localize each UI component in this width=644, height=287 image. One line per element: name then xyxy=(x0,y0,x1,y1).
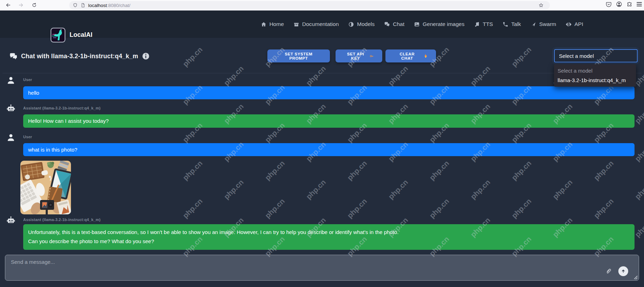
shield-icon xyxy=(73,3,78,8)
localai-logo[interactable] xyxy=(51,28,65,42)
textarea-resize-handle[interactable] xyxy=(633,275,638,279)
set-api-key-label: SET API KEY xyxy=(344,52,367,60)
url-path: :8080/chat/ xyxy=(107,3,130,8)
model-select-value: Select a model xyxy=(559,53,594,59)
brand-name[interactable]: LocalAI xyxy=(70,31,92,39)
nav-item-documentation[interactable]: Documentation xyxy=(293,21,339,27)
message-text: what is in this photo? xyxy=(28,145,630,154)
nav-item-generate-images[interactable]: Generate images xyxy=(414,21,464,27)
chat-icon xyxy=(384,21,390,27)
browser-forward-button[interactable] xyxy=(15,1,26,9)
key-icon xyxy=(370,54,374,59)
message-bubble-user: what is in this photo? xyxy=(23,143,635,156)
message-role-label: Assistant (llama-3.2-1b-instruct:q4_k_m) xyxy=(23,218,100,222)
image-icon xyxy=(414,21,420,27)
book-icon xyxy=(293,21,299,27)
flame-icon xyxy=(423,54,428,59)
nav-item-tts[interactable]: TTS xyxy=(474,21,493,27)
message-bubble-assistant: Unfortunately, this is a text-based conv… xyxy=(23,224,635,250)
chat-bubbles-icon xyxy=(9,52,18,60)
model-select[interactable]: Select a model xyxy=(554,49,638,62)
nav-item-label: Home xyxy=(269,21,284,27)
nav-item-label: Swarm xyxy=(539,21,556,27)
message-role-label: User xyxy=(23,78,32,82)
nav-item-swarm[interactable]: Swarm xyxy=(531,21,556,27)
message-bubble-user: hello xyxy=(23,86,635,99)
url-text: localhost:8080/chat/ xyxy=(88,3,130,8)
header-divider xyxy=(2,73,642,73)
message-text: Can you describe the photo to me? What d… xyxy=(28,237,630,246)
assistant-avatar xyxy=(6,104,15,113)
send-arrow-icon xyxy=(620,268,626,274)
message-text: hello xyxy=(28,88,630,98)
home-icon xyxy=(261,21,267,27)
message-text: Unfortunately, this is a text-based conv… xyxy=(28,228,630,237)
nav-item-label: API xyxy=(574,21,583,27)
clear-chat-label: CLEAR CHAT xyxy=(394,52,421,60)
set-system-prompt-button[interactable]: SET SYSTEM PROMPT xyxy=(267,49,330,62)
nav-item-api[interactable]: API xyxy=(566,21,583,27)
model-option-placeholder[interactable]: Select a model xyxy=(554,66,636,75)
desk-photo-thumbnail[interactable] xyxy=(20,161,71,214)
bookmark-star-icon[interactable] xyxy=(539,3,544,8)
pocket-icon[interactable] xyxy=(606,1,612,7)
set-system-prompt-label: SET SYSTEM PROMPT xyxy=(276,52,321,60)
attach-paperclip-icon[interactable] xyxy=(605,268,612,275)
menu-hamburger-icon[interactable] xyxy=(637,2,642,6)
address-bar[interactable]: localhost:8080/chat/ xyxy=(69,1,550,9)
nav-item-home[interactable]: Home xyxy=(261,21,284,27)
nav-item-label: Generate images xyxy=(423,21,464,27)
message-text: Hello! How can I assist you today? xyxy=(28,116,630,126)
model-option-llama[interactable]: llama-3.2-1b-instruct:q4_k_m xyxy=(554,75,636,85)
nav-item-talk[interactable]: Talk xyxy=(502,21,521,27)
user-avatar xyxy=(6,76,15,85)
nav-item-label: Chat xyxy=(393,21,404,27)
browser-toolbar-right xyxy=(606,1,642,7)
llama-logo-art xyxy=(52,29,62,40)
send-button[interactable] xyxy=(618,266,628,276)
navbar: LocalAI Home Documentation Models Chat G… xyxy=(0,11,644,38)
page-icon xyxy=(80,3,85,8)
nav-item-models[interactable]: Models xyxy=(348,21,375,27)
clear-chat-button[interactable]: CLEAR CHAT xyxy=(385,49,436,62)
account-icon[interactable] xyxy=(616,1,622,7)
browser-chrome: localhost:8080/chat/ xyxy=(0,0,644,11)
user-avatar xyxy=(6,133,15,142)
page-title: Chat with llama-3.2-1b-instruct:q4_k_m xyxy=(21,53,138,60)
model-dropdown: Select a model llama-3.2-1b-instruct:q4_… xyxy=(554,64,636,87)
composer: Send a message... xyxy=(5,255,639,281)
url-host: localhost xyxy=(88,3,107,8)
message-input-placeholder[interactable]: Send a message... xyxy=(11,259,55,265)
music-icon xyxy=(474,21,480,27)
browser-reload-button[interactable] xyxy=(29,1,39,9)
nav-item-label: TTS xyxy=(483,21,493,27)
phone-icon xyxy=(502,21,508,27)
nav-item-chat[interactable]: Chat xyxy=(384,21,404,27)
desk-photo-art xyxy=(20,161,71,214)
nav-item-label: Talk xyxy=(511,21,521,27)
message-role-label: Assistant (llama-3.2-1b-instruct:q4_k_m) xyxy=(23,106,100,110)
browser-back-button[interactable] xyxy=(3,1,13,9)
chat-card xyxy=(2,45,642,287)
swarm-icon xyxy=(531,21,536,27)
message-bubble-assistant: Hello! How can I assist you today? xyxy=(23,114,635,128)
info-icon[interactable] xyxy=(142,52,150,60)
nav-item-label: Documentation xyxy=(302,21,339,27)
nav-item-label: Models xyxy=(357,21,375,27)
forward-arrow-icon xyxy=(18,2,24,8)
back-arrow-icon xyxy=(6,2,11,8)
robot-icon xyxy=(6,216,15,225)
code-icon xyxy=(566,21,572,27)
extensions-puzzle-icon[interactable] xyxy=(626,1,632,7)
chat-header: Chat with llama-3.2-1b-instruct:q4_k_m xyxy=(9,52,150,60)
assistant-avatar xyxy=(6,216,15,225)
person-icon xyxy=(6,133,15,142)
nav-menu: Home Documentation Models Chat Generate … xyxy=(261,11,583,38)
person-icon xyxy=(6,76,15,85)
robot-icon xyxy=(6,104,15,113)
models-icon xyxy=(348,21,354,27)
set-api-key-button[interactable]: SET API KEY xyxy=(336,49,382,62)
message-role-label: User xyxy=(23,135,32,139)
reload-icon xyxy=(32,2,37,8)
